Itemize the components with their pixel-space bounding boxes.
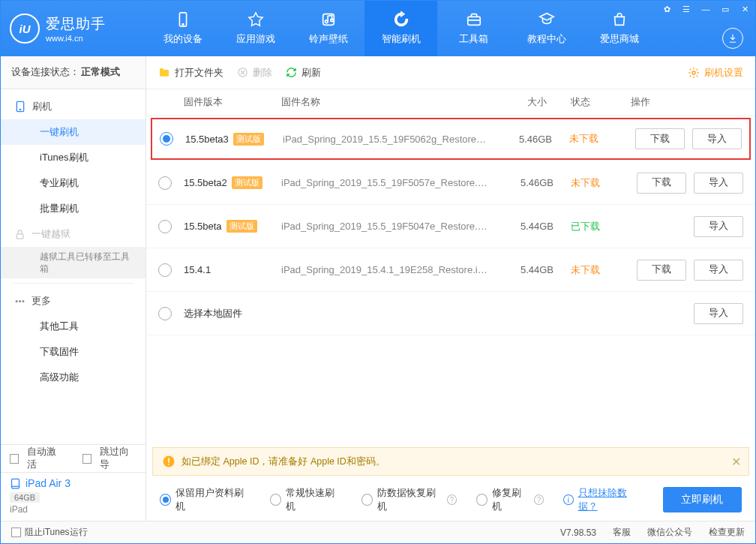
nav-tab-tutorial[interactable]: 教程中心: [510, 1, 583, 56]
warning-bar: 如已绑定 Apple ID，请准备好 Apple ID和密码。 ✕: [152, 447, 749, 476]
minimize-icon[interactable]: —: [698, 2, 713, 16]
flash-icon: [14, 101, 26, 113]
svg-point-10: [20, 300, 21, 302]
import-button[interactable]: 导入: [694, 173, 743, 194]
nav-tab-toolbox[interactable]: 工具箱: [437, 1, 510, 56]
delete-icon: [237, 67, 248, 78]
wechat-link[interactable]: 微信公众号: [647, 526, 692, 539]
sidebar-cat-more[interactable]: 更多: [1, 288, 146, 314]
import-button[interactable]: 导入: [694, 216, 743, 237]
delete-button: 删除: [237, 66, 272, 80]
flash-mode-option[interactable]: 防数据恢复刷机?: [362, 486, 457, 513]
sidebar-item[interactable]: 下载固件: [1, 339, 146, 365]
toolbox-icon: [466, 11, 482, 28]
download-button[interactable]: 下载: [635, 128, 685, 149]
firmware-row[interactable]: 15.4.1iPad_Spring_2019_15.4.1_19E258_Res…: [146, 248, 755, 292]
flash-mode-option[interactable]: 修复刷机?: [476, 486, 544, 513]
connected-device[interactable]: iPad Air 3 64GB iPad: [1, 472, 146, 521]
version-cell: 15.5beta2测试版: [184, 176, 281, 189]
device-status: 设备连接状态：正常模式: [1, 56, 146, 89]
info-icon[interactable]: i: [563, 494, 573, 505]
status-cell: 未下载: [571, 176, 631, 190]
firmware-row[interactable]: 15.5beta2测试版iPad_Spring_2019_15.5_19F505…: [146, 161, 755, 205]
auto-activate-checkbox[interactable]: [10, 454, 19, 464]
sidebar-item[interactable]: 批量刷机: [1, 196, 146, 221]
svg-rect-20: [168, 464, 170, 465]
open-folder-button[interactable]: 打开文件夹: [158, 66, 224, 80]
refresh-button[interactable]: 刷新: [286, 66, 321, 80]
nav-label479c: 铃声壁纸: [309, 32, 348, 46]
download-button[interactable]: 下载: [637, 260, 686, 281]
sidebar-cat-flash[interactable]: 刷机: [1, 94, 146, 119]
flash-settings-button[interactable]: 刷机设置: [688, 66, 743, 80]
select-radio[interactable]: [158, 307, 172, 320]
mode-radio[interactable]: [160, 494, 171, 506]
status-cell: 未下载: [569, 132, 629, 146]
help-icon[interactable]: ?: [534, 494, 544, 505]
nav-label479c: 工具箱: [459, 32, 488, 46]
select-radio[interactable]: [158, 220, 172, 233]
apps-icon: [248, 11, 264, 28]
size-cell: 5.46GB: [502, 134, 569, 145]
close-icon[interactable]: ✕: [737, 2, 752, 16]
version-cell: 15.5beta测试版: [184, 220, 281, 233]
svg-point-17: [692, 71, 695, 74]
beta-badge: 测试版: [233, 133, 264, 146]
svg-point-9: [16, 300, 17, 302]
size-cell: 5.46GB: [503, 177, 571, 188]
menu-icon[interactable]: ☰: [679, 2, 694, 16]
import-button[interactable]: 导入: [692, 128, 742, 149]
help-icon[interactable]: ?: [447, 494, 457, 505]
mode-radio[interactable]: [362, 494, 373, 506]
flash-now-button[interactable]: 立即刷机: [663, 487, 742, 512]
select-radio[interactable]: [158, 176, 172, 190]
mode-radio[interactable]: [270, 494, 281, 506]
sidebar-item[interactable]: 一键刷机: [1, 119, 146, 145]
gear-icon: [688, 67, 700, 79]
tutorial-icon: [538, 11, 555, 28]
flash-mode-option[interactable]: 保留用户资料刷机: [160, 486, 250, 513]
close-warning-icon[interactable]: ✕: [731, 455, 741, 469]
select-radio[interactable]: [158, 263, 172, 277]
sidebar-item[interactable]: 其他工具: [1, 314, 146, 339]
more-icon: [14, 296, 26, 307]
nav-tab-ring[interactable]: 铃声壁纸: [292, 1, 364, 56]
beta-badge: 测试版: [232, 176, 262, 189]
block-itunes-label: 阻止iTunes运行: [25, 526, 88, 539]
filename-cell: iPad_Spring_2019_15.5_19F5062g_Restore.i…: [283, 134, 502, 145]
skin-icon[interactable]: ✿: [659, 2, 674, 16]
firmware-row[interactable]: 15.5beta3测试版iPad_Spring_2019_15.5_19F506…: [151, 118, 751, 160]
storage-badge: 64GB: [10, 492, 40, 503]
nav-tab-apps[interactable]: 应用游戏: [219, 1, 292, 56]
sidebar-item[interactable]: iTunes刷机: [1, 145, 146, 170]
support-link[interactable]: 客服: [613, 526, 631, 539]
maximize-icon[interactable]: ▭: [718, 2, 733, 16]
mode-radio[interactable]: [476, 494, 488, 506]
check-update-link[interactable]: 检查更新: [709, 526, 745, 539]
flash-mode-option[interactable]: 常规快速刷机: [270, 486, 342, 513]
skip-guide-checkbox[interactable]: [82, 454, 92, 464]
select-radio[interactable]: [160, 132, 173, 146]
nav-label479c: 智能刷机: [382, 32, 421, 46]
import-button[interactable]: 导入: [694, 303, 743, 324]
nav-tab-mall[interactable]: 爱思商城: [583, 1, 656, 56]
firmware-row[interactable]: 15.5beta测试版iPad_Spring_2019_15.5_19F5047…: [146, 205, 755, 248]
download-indicator-icon[interactable]: [722, 28, 743, 49]
import-button[interactable]: 导入: [694, 260, 743, 281]
select-local-label: 选择本地固件: [184, 307, 503, 320]
version-label: V7.98.53: [560, 527, 596, 538]
lock-icon: [14, 229, 26, 240]
nav-tab-device[interactable]: 我的设备: [146, 1, 219, 56]
block-itunes-checkbox[interactable]: [11, 527, 21, 537]
table-header: 固件版本 固件名称 大小 状态 操作: [146, 89, 755, 116]
status-cell: 已下载: [571, 220, 631, 233]
nav-label479c: 应用游戏: [236, 32, 275, 46]
firmware-row-local[interactable]: 选择本地固件导入: [146, 292, 755, 335]
erase-link[interactable]: 只想抹除数据？: [578, 486, 644, 513]
device-icon: [175, 11, 191, 28]
sidebar-item[interactable]: 高级功能: [1, 365, 146, 390]
sidebar-item[interactable]: 专业刷机: [1, 170, 146, 196]
brand-url: www.i4.cn: [46, 34, 106, 43]
nav-tab-flash[interactable]: 智能刷机: [364, 1, 437, 56]
download-button[interactable]: 下载: [637, 173, 686, 194]
